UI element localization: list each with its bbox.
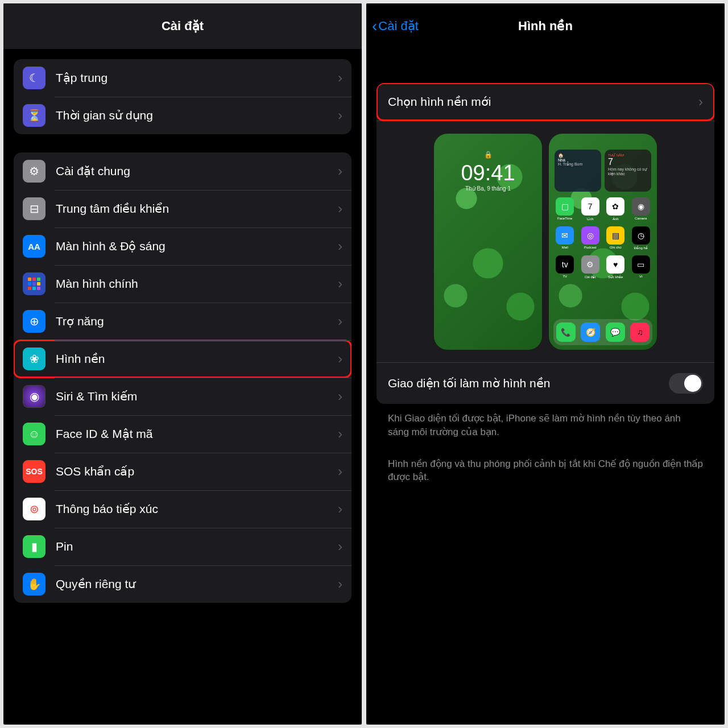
wallpaper-preview: 🔒 09:41 Thứ Ba, 9 tháng 1 🏠 Nhà H. Trảng… xyxy=(377,121,714,362)
settings-group-1: ☾Tập trung›⏳Thời gian sử dụng› xyxy=(14,59,351,134)
lockscreen-date: Thứ Ba, 9 tháng 1 xyxy=(434,185,542,192)
chevron-right-icon: › xyxy=(338,539,342,555)
dark-dim-toggle-row: Giao diện tối làm mờ hình nền xyxy=(377,363,714,404)
settings-row[interactable]: ❀Hình nền› xyxy=(14,340,351,378)
chevron-right-icon: › xyxy=(338,238,342,254)
header: Cài đặt xyxy=(3,3,362,49)
battery-icon: ▮ xyxy=(23,535,46,558)
chevron-right-icon: › xyxy=(338,107,342,123)
row-label: Quyền riêng tư xyxy=(56,577,338,591)
dock: 📞🧭💬♫ xyxy=(553,319,652,345)
row-label: Trung tâm điều khiển xyxy=(56,202,338,216)
app-icon: ◎Podcast xyxy=(580,226,601,250)
accessibility-icon: ⊕ xyxy=(23,310,46,333)
settings-row[interactable]: ✋Quyền riêng tư› xyxy=(14,565,351,603)
back-label: Cài đặt xyxy=(378,19,418,34)
faceid-icon: ☺ xyxy=(23,423,46,445)
row-label: Màn hình chính xyxy=(56,277,338,291)
exposure-icon: ⊚ xyxy=(23,498,46,520)
chevron-right-icon: › xyxy=(338,351,342,367)
settings-row[interactable]: ☾Tập trung› xyxy=(14,59,351,97)
settings-row[interactable]: ▮Pin› xyxy=(14,528,351,565)
row-label: SOS khẩn cấp xyxy=(56,465,338,478)
settings-screen: Cài đặt ☾Tập trung›⏳Thời gian sử dụng› ⚙… xyxy=(3,3,362,725)
wallpaper-group: Chọn hình nền mới › 🔒 09:41 Thứ Ba, 9 th… xyxy=(377,83,714,404)
settings-row[interactable]: ⚙Cài đặt chung› xyxy=(14,152,351,190)
chevron-right-icon: › xyxy=(338,70,342,86)
sos-icon: SOS xyxy=(23,460,46,483)
dark-dim-switch[interactable] xyxy=(669,373,703,394)
chevron-right-icon: › xyxy=(338,426,342,442)
row-label: Thời gian sử dụng xyxy=(56,109,338,122)
chevron-right-icon: › xyxy=(338,501,342,517)
wallpaper-icon: ❀ xyxy=(23,348,46,370)
chevron-right-icon: › xyxy=(338,464,342,479)
chevron-right-icon: › xyxy=(338,313,342,329)
display-icon: AA xyxy=(23,235,46,258)
row-label: Siri & Tìm kiếm xyxy=(56,390,338,403)
dock-app-icon: ♫ xyxy=(630,322,650,342)
home-widget: 🏠 Nhà H. Trảng Bom xyxy=(555,150,601,192)
settings-row[interactable]: ⊚Thông báo tiếp xúc› xyxy=(14,490,351,528)
settings-row[interactable]: ⏳Thời gian sử dụng› xyxy=(14,97,351,134)
hourglass-icon: ⏳ xyxy=(23,104,46,127)
settings-row[interactable]: ⊕Trợ năng› xyxy=(14,303,351,340)
row-label: Trợ năng xyxy=(56,315,338,328)
settings-row[interactable]: Màn hình chính› xyxy=(14,265,351,303)
switch-knob xyxy=(684,375,701,392)
choose-wallpaper-row[interactable]: Chọn hình nền mới › xyxy=(377,83,714,121)
settings-row[interactable]: ◉Siri & Tìm kiếm› xyxy=(14,378,351,415)
app-icon: tvTV xyxy=(555,255,576,279)
homescreen-preview[interactable]: 🏠 Nhà H. Trảng Bom THỨ NĂM 7 Hôm nay khô… xyxy=(549,134,657,350)
chevron-right-icon: › xyxy=(338,163,342,179)
choose-wallpaper-label: Chọn hình nền mới xyxy=(388,95,698,109)
gear-icon: ⚙ xyxy=(23,160,46,183)
app-icon: ⚙Cài đặt xyxy=(580,255,601,279)
home-grid-icon xyxy=(23,272,46,295)
row-label: Hình nền xyxy=(56,352,338,366)
siri-icon: ◉ xyxy=(23,385,46,408)
dim-footnote: Khi Giao diện tối được bật, iPhone sẽ là… xyxy=(377,404,714,439)
chevron-right-icon: › xyxy=(338,201,342,217)
lock-icon: 🔒 xyxy=(434,151,542,159)
app-icon: ▭Ví xyxy=(631,255,652,279)
chevron-right-icon: › xyxy=(338,388,342,404)
toggles-icon: ⊟ xyxy=(23,197,46,220)
row-label: Tập trung xyxy=(56,71,338,85)
chevron-right-icon: › xyxy=(338,276,342,292)
moon-icon: ☾ xyxy=(23,67,46,89)
wallpaper-screen: ‹ Cài đặt Hình nền Chọn hình nền mới › 🔒… xyxy=(366,3,725,725)
settings-row[interactable]: ☺Face ID & Mật mã› xyxy=(14,415,351,453)
row-label: Thông báo tiếp xúc xyxy=(56,502,338,516)
dock-app-icon: 🧭 xyxy=(581,322,600,342)
calendar-widget: THỨ NĂM 7 Hôm nay không có sự kiện khác xyxy=(605,150,651,192)
chevron-right-icon: › xyxy=(338,576,342,592)
row-label: Pin xyxy=(56,540,338,553)
app-icon: ▤Ghi chú xyxy=(605,226,626,250)
page-title: Hình nền xyxy=(518,19,573,34)
dock-app-icon: 💬 xyxy=(606,322,625,342)
app-icon: ♥Sức khỏe xyxy=(605,255,626,279)
chevron-left-icon: ‹ xyxy=(372,17,377,35)
lockscreen-preview[interactable]: 🔒 09:41 Thứ Ba, 9 tháng 1 xyxy=(434,134,542,350)
settings-group-2: ⚙Cài đặt chung›⊟Trung tâm điều khiển›AAM… xyxy=(14,152,351,603)
privacy-icon: ✋ xyxy=(23,573,46,595)
settings-row[interactable]: AAMàn hình & Độ sáng› xyxy=(14,228,351,265)
dynamic-footnote: Hình nền động và thu phóng phối cảnh bị … xyxy=(377,449,714,485)
app-icon: 7Lịch xyxy=(580,197,601,221)
header: ‹ Cài đặt Hình nền xyxy=(366,3,725,49)
row-label: Face ID & Mật mã xyxy=(56,427,338,441)
row-label: Cài đặt chung xyxy=(56,164,338,178)
chevron-right-icon: › xyxy=(698,94,703,110)
app-icon: ▢FaceTime xyxy=(555,197,576,221)
back-button[interactable]: ‹ Cài đặt xyxy=(372,17,419,35)
settings-row[interactable]: ⊟Trung tâm điều khiển› xyxy=(14,190,351,228)
dark-dim-label: Giao diện tối làm mờ hình nền xyxy=(388,377,669,390)
app-icon: ◉Camera xyxy=(631,197,652,221)
lockscreen-time: 09:41 xyxy=(434,161,542,185)
app-icon: ✿Ảnh xyxy=(605,197,626,221)
page-title: Cài đặt xyxy=(162,19,204,34)
settings-row[interactable]: SOSSOS khẩn cấp› xyxy=(14,453,351,490)
dock-app-icon: 📞 xyxy=(556,322,576,342)
app-icon: ✉Mail xyxy=(555,226,576,250)
